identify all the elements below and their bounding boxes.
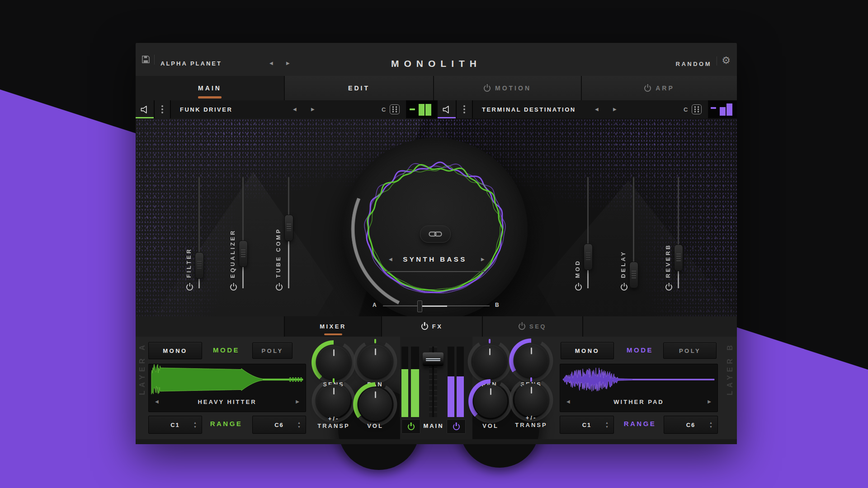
stepper-arrows[interactable]: ▲▼ bbox=[193, 421, 198, 428]
slider-handle[interactable] bbox=[584, 244, 593, 270]
tab-seq[interactable]: SEQ bbox=[483, 316, 583, 337]
layer-a-vol-knob bbox=[352, 381, 399, 428]
reverb-label: REVERB bbox=[665, 244, 671, 278]
slider-handle[interactable] bbox=[195, 252, 204, 279]
layer-b-range-low[interactable]: C1 ▲▼ bbox=[560, 416, 614, 434]
knob-body[interactable] bbox=[359, 388, 392, 421]
desktop-background: ALPHA PLANET ◀ ▶ MONOLITH RANDOM ⚙ MAIN … bbox=[0, 0, 868, 488]
dice-random-icon[interactable] bbox=[692, 104, 702, 114]
layer-b-next-icon[interactable]: ▶ bbox=[613, 107, 617, 112]
poly-label: POLY bbox=[679, 347, 701, 354]
knob-tick bbox=[489, 339, 491, 343]
main-tab-bar: MAIN EDIT MOTION ARP bbox=[136, 76, 737, 101]
layer-a-prev-icon[interactable]: ◀ bbox=[293, 107, 297, 112]
stepper-arrows[interactable]: ▲▼ bbox=[709, 421, 713, 428]
layer-a-menu-button[interactable] bbox=[155, 100, 170, 118]
main-label: MAIN bbox=[422, 422, 445, 429]
tab-motion[interactable]: MOTION bbox=[434, 76, 582, 100]
range-high-value: C6 bbox=[274, 422, 284, 428]
stepper-arrows[interactable]: ▲▼ bbox=[297, 421, 302, 428]
layer-b-mono-button[interactable]: MONO bbox=[561, 342, 614, 359]
mixer-panel: LAYER A LAYER B MONO MODE POLY ◀ HEAVY H… bbox=[136, 337, 737, 444]
tab-edit[interactable]: EDIT bbox=[285, 76, 434, 100]
sub-tab-spacer bbox=[136, 316, 285, 337]
monolith-plugin-window: ALPHA PLANET ◀ ▶ MONOLITH RANDOM ⚙ MAIN … bbox=[136, 43, 737, 444]
knob-tick bbox=[530, 377, 532, 382]
filter-label: FILTER bbox=[186, 248, 192, 278]
mod-slider: MOD bbox=[574, 169, 601, 298]
knob-body[interactable] bbox=[514, 344, 548, 377]
stepper-arrows[interactable]: ▲▼ bbox=[605, 421, 609, 428]
slider-handle[interactable] bbox=[284, 215, 293, 241]
transpose-label: TRANSP bbox=[509, 422, 554, 428]
mono-label: MONO bbox=[163, 347, 187, 354]
sub-tab-bar: MIXER FX SEQ bbox=[136, 316, 737, 338]
slider-handle[interactable] bbox=[239, 240, 248, 267]
range-high-value: C6 bbox=[686, 422, 696, 428]
layer-a-range-high[interactable]: C6 ▲▼ bbox=[252, 416, 306, 434]
meter-fill bbox=[457, 376, 464, 417]
knob-body[interactable] bbox=[474, 385, 507, 418]
layer-a-next-icon[interactable]: ▶ bbox=[311, 107, 315, 112]
layer-a-mode-label: MODE bbox=[205, 346, 248, 354]
mod-label: MOD bbox=[575, 259, 581, 278]
layer-a-range-label: RANGE bbox=[205, 420, 248, 427]
layer-b-mute-button[interactable] bbox=[447, 419, 466, 434]
layer-a-patch-cell: FUNK DRIVER ◀ ▶ C bbox=[171, 100, 406, 118]
layer-b-speaker-button[interactable] bbox=[438, 100, 456, 118]
knob-body[interactable] bbox=[514, 383, 548, 417]
crossfade-handle[interactable] bbox=[417, 300, 422, 312]
tube-comp-slider: TUBE COMP bbox=[275, 169, 302, 298]
app-title: MONOLITH bbox=[136, 58, 737, 69]
sample-next-icon[interactable]: ▶ bbox=[296, 399, 299, 404]
power-icon[interactable] bbox=[421, 323, 428, 330]
layer-b-range-high[interactable]: C6 ▲▼ bbox=[664, 416, 718, 434]
layer-b-sample-display[interactable]: ◀ WITHER PAD ▶ bbox=[560, 364, 718, 412]
mod-power-icon[interactable] bbox=[575, 284, 582, 291]
dice-random-icon[interactable] bbox=[390, 104, 400, 114]
layer-b-name[interactable]: TERMINAL DESTINATION bbox=[482, 106, 576, 113]
knob-body[interactable] bbox=[317, 384, 350, 418]
link-layers-button[interactable] bbox=[420, 225, 451, 243]
settings-gear-icon[interactable]: ⚙ bbox=[722, 56, 731, 66]
knob-body[interactable] bbox=[473, 345, 506, 378]
slider-handle[interactable] bbox=[674, 244, 683, 271]
power-icon[interactable] bbox=[644, 85, 651, 92]
layer-a-mute-button[interactable] bbox=[401, 419, 420, 434]
layer-b-poly-button[interactable]: POLY bbox=[663, 343, 717, 359]
tab-arp-label: ARP bbox=[656, 84, 675, 92]
patch-name[interactable]: SYNTH BASS bbox=[376, 255, 494, 263]
layer-b-range-label: RANGE bbox=[618, 420, 661, 427]
tab-fx[interactable]: FX bbox=[382, 316, 483, 337]
tube-comp-power-icon[interactable] bbox=[276, 284, 283, 291]
layer-b-compare-button[interactable]: C bbox=[684, 106, 688, 113]
power-icon[interactable] bbox=[519, 323, 525, 330]
layer-b-menu-button[interactable] bbox=[457, 100, 472, 118]
power-icon[interactable] bbox=[484, 85, 491, 92]
filter-power-icon[interactable] bbox=[186, 284, 193, 291]
sample-next-icon[interactable]: ▶ bbox=[708, 399, 711, 404]
layer-a-speaker-button[interactable] bbox=[136, 100, 154, 118]
layer-b-prev-icon[interactable]: ◀ bbox=[595, 107, 599, 112]
layer-a-mono-button[interactable]: MONO bbox=[148, 342, 202, 359]
layer-b-meter-right bbox=[457, 347, 464, 417]
main-fader-handle[interactable] bbox=[423, 352, 443, 366]
layer-a-poly-button[interactable]: POLY bbox=[252, 343, 292, 359]
layer-a-range-low[interactable]: C1 ▲▼ bbox=[148, 416, 202, 434]
layer-a-compare-button[interactable]: C bbox=[382, 106, 386, 113]
knob-body[interactable] bbox=[359, 345, 392, 378]
slider-track-fill bbox=[242, 266, 244, 288]
tab-main[interactable]: MAIN bbox=[136, 76, 285, 100]
tab-mixer[interactable]: MIXER bbox=[285, 316, 382, 337]
random-button[interactable]: RANDOM bbox=[676, 61, 712, 67]
delay-power-icon[interactable] bbox=[621, 284, 627, 291]
tab-main-active-underline bbox=[198, 96, 222, 99]
reverb-power-icon[interactable] bbox=[665, 284, 672, 291]
tab-arp[interactable]: ARP bbox=[582, 76, 737, 100]
layer-a-name[interactable]: FUNK DRIVER bbox=[180, 106, 232, 113]
knob-body[interactable] bbox=[317, 346, 350, 379]
vol-label: VOL bbox=[468, 422, 513, 429]
layer-a-sample-display[interactable]: ◀ HEAVY HITTER ▶ bbox=[148, 364, 306, 412]
slider-handle[interactable] bbox=[629, 262, 638, 288]
equalizer-power-icon[interactable] bbox=[230, 284, 237, 291]
